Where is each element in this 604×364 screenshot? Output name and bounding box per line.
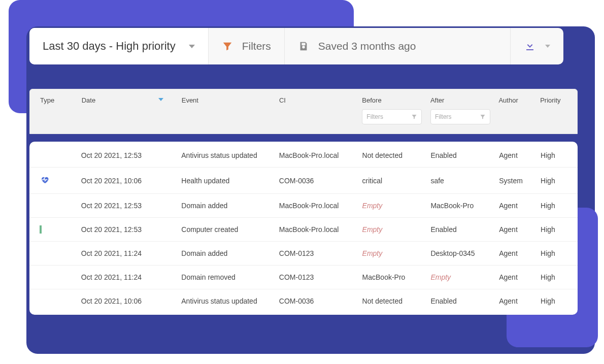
table-row[interactable]: Oct 20 2021, 12:53Computer createdMacBoo… bbox=[29, 218, 578, 242]
cell-type bbox=[40, 225, 81, 234]
funnel-icon bbox=[480, 114, 486, 120]
cell-after: Enabled bbox=[430, 225, 499, 234]
heartbeat-icon bbox=[40, 178, 50, 186]
cell-date: Oct 20 2021, 12:53 bbox=[81, 202, 181, 210]
filter-placeholder: Filters bbox=[435, 113, 452, 120]
col-head-date[interactable]: Date bbox=[82, 96, 182, 104]
cell-before: Empty bbox=[362, 249, 431, 257]
cell-after: Desktop-0345 bbox=[430, 249, 499, 257]
table-row[interactable]: Oct 20 2021, 11:24Domain addedCOM-0123Em… bbox=[29, 242, 578, 266]
sort-desc-icon bbox=[158, 98, 163, 101]
cell-before: Empty bbox=[362, 202, 431, 210]
saved-status[interactable]: Saved 3 months ago bbox=[285, 28, 511, 64]
cell-priority: High bbox=[541, 273, 567, 281]
cell-date: Oct 20 2021, 12:53 bbox=[81, 151, 181, 159]
cell-priority: High bbox=[541, 249, 567, 257]
cell-event: Computer created bbox=[181, 225, 279, 234]
cell-after: Enabled bbox=[430, 297, 499, 305]
table-row[interactable]: Oct 20 2021, 10:06Health updatedCOM-0036… bbox=[29, 168, 578, 194]
cell-priority: High bbox=[541, 151, 567, 159]
cell-after: Enabled bbox=[430, 151, 499, 159]
table-row[interactable]: Oct 20 2021, 11:24Domain removedCOM-0123… bbox=[29, 266, 578, 289]
cell-priority: High bbox=[541, 225, 567, 234]
cell-author: Agent bbox=[499, 297, 541, 305]
filter-placeholder: Filters bbox=[366, 113, 383, 120]
save-icon bbox=[298, 41, 309, 52]
cell-ci: MacBook-Pro.local bbox=[279, 202, 362, 210]
cell-event: Health updated bbox=[181, 177, 279, 185]
cell-event: Domain added bbox=[181, 202, 279, 210]
cell-before: Not detected bbox=[362, 151, 431, 159]
filter-before-input[interactable]: Filters bbox=[362, 109, 422, 124]
cell-before: Empty bbox=[362, 225, 431, 234]
cell-ci: MacBook-Pro.local bbox=[279, 151, 362, 159]
cell-priority: High bbox=[541, 202, 567, 210]
cell-author: Agent bbox=[499, 249, 541, 257]
view-picker[interactable]: Last 30 days - High priority bbox=[29, 28, 209, 64]
cell-event: Antivirus status updated bbox=[181, 151, 279, 159]
cell-ci: COM-0123 bbox=[279, 249, 362, 257]
download-icon bbox=[524, 40, 536, 52]
table-row[interactable]: Oct 20 2021, 12:53Domain addedMacBook-Pr… bbox=[29, 194, 578, 218]
table-body: Oct 20 2021, 12:53Antivirus status updat… bbox=[29, 142, 578, 315]
cell-ci: COM-0036 bbox=[279, 177, 362, 185]
cell-date: Oct 20 2021, 11:24 bbox=[81, 249, 181, 257]
toolbar: Last 30 days - High priority Filters Sav… bbox=[29, 28, 563, 64]
cell-date: Oct 20 2021, 11:24 bbox=[81, 273, 181, 281]
filter-after-input[interactable]: Filters bbox=[430, 109, 490, 124]
cell-event: Antivirus status updated bbox=[181, 297, 279, 305]
cell-ci: COM-0123 bbox=[279, 273, 362, 281]
chevron-down-icon bbox=[189, 45, 195, 48]
cell-after: Empty bbox=[430, 273, 499, 281]
col-head-date-label: Date bbox=[82, 96, 95, 104]
view-label: Last 30 days - High priority bbox=[43, 40, 176, 53]
col-head-event[interactable]: Event bbox=[182, 96, 279, 104]
cell-before: MacBook-Pro bbox=[362, 273, 431, 281]
cell-ci: COM-0036 bbox=[279, 297, 362, 305]
cell-before: Not detected bbox=[362, 297, 431, 305]
filters-button[interactable]: Filters bbox=[209, 28, 285, 64]
cell-event: Domain added bbox=[181, 249, 279, 257]
col-head-type[interactable]: Type bbox=[40, 96, 82, 104]
table-header: Type Date Event CI Before After Author P… bbox=[29, 89, 578, 134]
cell-author: Agent bbox=[499, 202, 541, 210]
cell-date: Oct 20 2021, 10:06 bbox=[81, 177, 181, 185]
filters-label: Filters bbox=[242, 40, 271, 52]
cell-ci: MacBook-Pro.local bbox=[279, 225, 362, 234]
funnel-icon bbox=[222, 41, 233, 52]
table-row[interactable]: Oct 20 2021, 12:53Antivirus status updat… bbox=[29, 144, 578, 168]
cell-author: Agent bbox=[499, 273, 541, 281]
download-button[interactable] bbox=[511, 28, 563, 64]
col-head-author[interactable]: Author bbox=[498, 96, 540, 104]
table-row[interactable]: Oct 20 2021, 10:06Antivirus status updat… bbox=[29, 289, 578, 313]
cell-event: Domain removed bbox=[181, 273, 279, 281]
cell-author: Agent bbox=[499, 225, 541, 234]
col-head-ci[interactable]: CI bbox=[279, 96, 362, 104]
cell-author: Agent bbox=[499, 151, 541, 159]
col-head-after[interactable]: After bbox=[430, 96, 499, 104]
saved-label: Saved 3 months ago bbox=[318, 40, 416, 52]
cell-before: critical bbox=[362, 177, 431, 185]
col-head-before[interactable]: Before bbox=[362, 96, 430, 104]
cell-date: Oct 20 2021, 12:53 bbox=[81, 225, 181, 234]
chevron-down-icon bbox=[545, 45, 550, 48]
funnel-icon bbox=[411, 114, 417, 120]
cell-after: MacBook-Pro bbox=[430, 202, 499, 210]
cell-after: safe bbox=[430, 177, 499, 185]
cell-date: Oct 20 2021, 10:06 bbox=[81, 297, 181, 305]
laptop-icon bbox=[40, 225, 42, 234]
cell-priority: High bbox=[541, 177, 567, 185]
col-head-priority[interactable]: Priority bbox=[540, 96, 567, 104]
cell-author: System bbox=[499, 177, 541, 185]
cell-priority: High bbox=[541, 297, 567, 305]
cell-type bbox=[40, 175, 81, 186]
